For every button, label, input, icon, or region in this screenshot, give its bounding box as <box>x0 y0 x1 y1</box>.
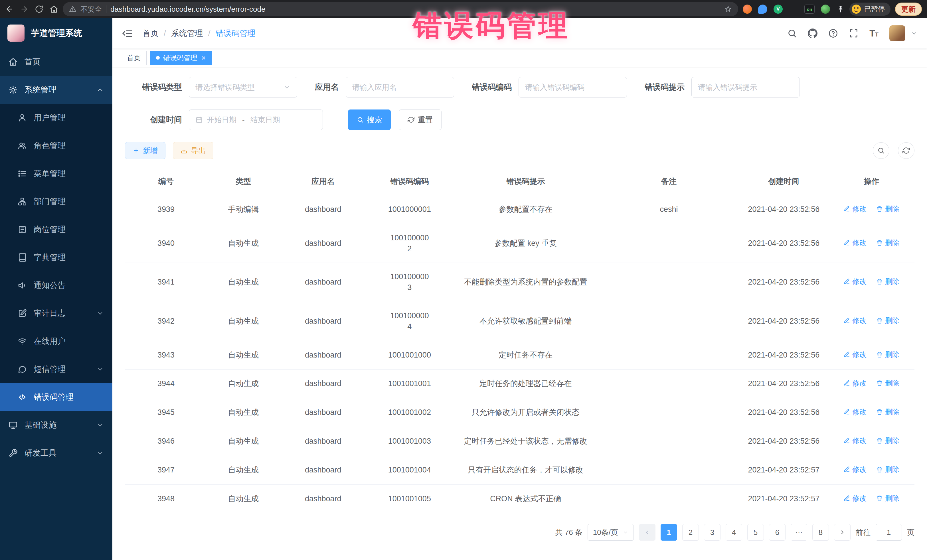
tab-error-code[interactable]: 错误码管理 × <box>150 51 212 65</box>
extension-grid-icon[interactable] <box>789 5 798 14</box>
edit-link[interactable]: 修改 <box>843 493 866 503</box>
message-icon <box>18 365 27 374</box>
extension-v-icon[interactable]: V <box>774 5 783 14</box>
forward-icon[interactable] <box>20 5 29 14</box>
error-code-input[interactable] <box>518 77 627 97</box>
sidebar-item-home[interactable]: 首页 <box>0 48 112 76</box>
error-code-table: 编号 类型 应用名 错误码编码 错误码提示 备注 创建时间 操作 3939 <box>125 168 915 513</box>
add-button[interactable]: 新增 <box>125 142 166 159</box>
sidebar-item-online-users[interactable]: 在线用户 <box>0 327 112 355</box>
filter-row-2: 创建时间 开始日期 - 结束日期 搜索 <box>125 109 915 130</box>
page-button-3[interactable]: 3 <box>704 524 720 540</box>
error-type-select[interactable]: 请选择错误码类型 <box>189 77 297 97</box>
delete-link[interactable]: 删除 <box>876 238 899 248</box>
sidebar-item-dept-mgmt[interactable]: 部门管理 <box>0 188 112 216</box>
edit-link[interactable]: 修改 <box>843 349 866 360</box>
list-icon <box>18 169 27 178</box>
sidebar-item-error-code-mgmt[interactable]: 错误码管理 <box>0 383 112 411</box>
sidebar-item-role-mgmt[interactable]: 角色管理 <box>0 132 112 160</box>
chevron-down-icon[interactable] <box>911 30 917 36</box>
page-button-5[interactable]: 5 <box>747 524 764 540</box>
delete-link[interactable]: 删除 <box>876 493 899 503</box>
page-ellipsis-button[interactable]: ··· <box>791 524 807 540</box>
page-button-1[interactable]: 1 <box>661 524 677 540</box>
sidebar-item-notice[interactable]: 通知公告 <box>0 272 112 299</box>
delete-link[interactable]: 删除 <box>876 204 899 214</box>
breadcrumb-home[interactable]: 首页 <box>143 28 159 39</box>
edit-link[interactable]: 修改 <box>843 464 866 475</box>
page-button-4[interactable]: 4 <box>726 524 742 540</box>
search-button[interactable]: 搜索 <box>348 109 391 130</box>
page-size-select[interactable]: 10条/页 <box>588 524 634 540</box>
sidebar-item-system[interactable]: 系统管理 <box>0 76 112 104</box>
delete-link[interactable]: 删除 <box>876 378 899 388</box>
table-row: 3943 自动生成 dashboard 1001001000 定时任务不存在 2… <box>125 341 915 370</box>
delete-link[interactable]: 删除 <box>876 349 899 360</box>
page-button-2[interactable]: 2 <box>682 524 699 540</box>
error-msg-input[interactable] <box>691 77 800 97</box>
delete-link[interactable]: 删除 <box>876 464 899 475</box>
col-header-actions: 操作 <box>828 168 915 195</box>
table-row: 3939 手动编辑 dashboard 1001000001 参数配置不存在 c… <box>125 195 915 224</box>
back-icon[interactable] <box>5 5 14 14</box>
edit-link[interactable]: 修改 <box>843 204 866 214</box>
extension-on-icon[interactable]: on <box>804 5 815 14</box>
refresh-table-button[interactable] <box>898 142 915 159</box>
sidebar-item-dict-mgmt[interactable]: 字典管理 <box>0 243 112 272</box>
edit-link[interactable]: 修改 <box>843 378 866 388</box>
browser-home-icon[interactable] <box>50 5 58 14</box>
breadcrumb-system[interactable]: 系统管理 <box>171 28 203 39</box>
extension-record-icon[interactable] <box>743 5 752 14</box>
close-icon[interactable]: × <box>201 54 206 62</box>
field-label: 错误码编码 <box>472 82 512 93</box>
question-icon[interactable] <box>828 29 838 38</box>
edit-icon <box>843 380 850 386</box>
edit-link[interactable]: 修改 <box>843 316 866 326</box>
page-button-8[interactable]: 8 <box>812 524 829 540</box>
edit-link[interactable]: 修改 <box>843 276 866 287</box>
search-icon[interactable] <box>787 29 797 38</box>
delete-link[interactable]: 删除 <box>876 407 899 417</box>
edit-link[interactable]: 修改 <box>843 436 866 446</box>
prev-page-button[interactable] <box>639 524 655 540</box>
field-error-code: 错误码编码 <box>472 77 627 97</box>
edit-link[interactable]: 修改 <box>843 238 866 248</box>
delete-link[interactable]: 删除 <box>876 276 899 287</box>
app-name-input[interactable] <box>346 77 454 97</box>
extension-drop-icon[interactable] <box>758 5 767 14</box>
reset-button[interactable]: 重置 <box>399 109 442 130</box>
sidebar-item-menu-mgmt[interactable]: 菜单管理 <box>0 160 112 188</box>
sidebar-item-post-mgmt[interactable]: 岗位管理 <box>0 216 112 243</box>
address-bar[interactable]: 不安全 dashboard.yudao.iocoder.cn/system/er… <box>63 2 738 16</box>
sidebar-item-infra[interactable]: 基础设施 <box>0 411 112 439</box>
show-search-button[interactable] <box>873 142 889 159</box>
page-button-6[interactable]: 6 <box>769 524 786 540</box>
tab-home[interactable]: 首页 <box>121 51 147 65</box>
github-icon[interactable] <box>808 29 818 38</box>
font-size-icon[interactable]: TT <box>869 29 878 38</box>
reload-icon[interactable] <box>35 5 43 14</box>
goto-page-input[interactable] <box>876 524 902 540</box>
paused-badge[interactable]: 已暂停 <box>849 3 891 16</box>
sidebar-toggle-icon[interactable] <box>122 28 133 39</box>
extension-leaf-icon[interactable] <box>821 5 830 14</box>
monitor-icon <box>9 420 18 430</box>
update-button[interactable]: 更新 <box>895 3 922 16</box>
export-button[interactable]: 导出 <box>173 142 213 159</box>
pin-icon[interactable] <box>836 5 845 14</box>
date-range-input[interactable]: 开始日期 - 结束日期 <box>189 109 323 130</box>
cell-app: dashboard <box>280 456 366 484</box>
app-logo[interactable]: 芋道管理系统 <box>0 18 112 48</box>
next-page-button[interactable] <box>834 524 851 540</box>
delete-link[interactable]: 删除 <box>876 316 899 326</box>
edit-link[interactable]: 修改 <box>843 407 866 417</box>
user-avatar[interactable] <box>889 25 905 41</box>
delete-link[interactable]: 删除 <box>876 436 899 446</box>
fullscreen-icon[interactable] <box>849 29 859 38</box>
sidebar-item-sms-mgmt[interactable]: 短信管理 <box>0 355 112 383</box>
sidebar-item-audit-log[interactable]: 审计日志 <box>0 299 112 327</box>
cell-code: 1001001002 <box>366 398 453 427</box>
bookmark-star-icon[interactable] <box>725 5 732 13</box>
sidebar-item-user-mgmt[interactable]: 用户管理 <box>0 104 112 132</box>
sidebar-item-devtools[interactable]: 研发工具 <box>0 439 112 467</box>
